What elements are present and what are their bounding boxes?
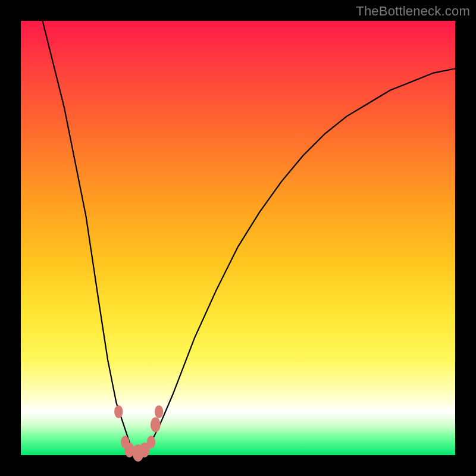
- curve-marker: [114, 405, 123, 418]
- watermark-text: TheBottleneck.com: [356, 4, 470, 19]
- curve-marker: [155, 405, 163, 418]
- bottleneck-curve: [43, 21, 456, 453]
- bottleneck-curve-svg: [21, 21, 455, 455]
- curve-marker: [151, 417, 161, 432]
- chart-frame: TheBottleneck.com: [0, 0, 476, 476]
- curve-marker: [147, 436, 155, 449]
- plot-area: [21, 21, 455, 455]
